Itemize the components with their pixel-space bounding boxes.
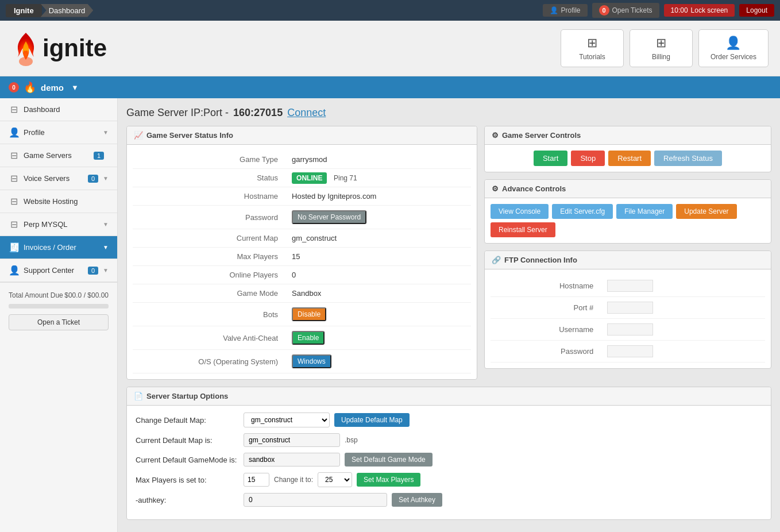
ftp-username-label: Username <box>491 319 600 341</box>
online-badge: ONLINE <box>292 172 327 184</box>
bots-label: Bots <box>133 303 285 326</box>
header-buttons: ⊞ Tutorials ⊞ Billing 👤 Order Services <box>561 29 769 67</box>
refresh-status-button[interactable]: Refresh Status <box>654 151 722 166</box>
server-header: Game Server IP:Port - 160:27015 Connect <box>126 107 771 119</box>
update-default-map-button[interactable]: Update Default Map <box>334 413 410 427</box>
support-icon: 👤 <box>9 265 19 276</box>
reinstall-server-button[interactable]: Reinstall Server <box>491 222 555 237</box>
set-authkey-button[interactable]: Set Authkey <box>392 493 442 507</box>
no-server-password-button[interactable]: No Server Password <box>292 210 366 224</box>
voice-servers-icon: ⊟ <box>9 173 19 184</box>
logout-label: Logout <box>746 6 767 14</box>
change-players-select[interactable]: 25 10 15 20 30 32 50 64 <box>318 472 352 487</box>
gamemode-input[interactable] <box>244 453 340 467</box>
game-mode-label: Game Mode <box>133 284 285 303</box>
status-info-body: Game Type garrysmod Status ONLINE Ping 7… <box>127 145 477 379</box>
advance-buttons: View Console Edit Server.cfg File Manage… <box>485 198 771 243</box>
voice-servers-badge: 0 <box>88 175 98 183</box>
start-button[interactable]: Start <box>534 151 567 166</box>
ftp-password-data <box>607 345 653 357</box>
authkey-label: -authkey: <box>136 496 239 504</box>
invoices-arrow-icon: ▼ <box>103 244 109 250</box>
tickets-badge: 0 <box>599 5 609 16</box>
sidebar-item-invoices[interactable]: 🧾 Invoices / Order ▼ <box>0 236 117 259</box>
online-players-value: 0 <box>285 266 471 284</box>
startup-options-panel: 📄 Server Startup Options Change Default … <box>126 387 771 520</box>
table-row: Max Players 15 <box>133 248 471 266</box>
payment-progress-bar <box>9 304 109 309</box>
sidebar-item-dashboard[interactable]: ⊟ Dashboard <box>0 98 117 121</box>
table-row: Game Type garrysmod <box>133 151 471 169</box>
gamemode-label: Current Default GameMode is: <box>136 456 239 464</box>
open-ticket-button[interactable]: Open a Ticket <box>9 314 109 330</box>
lock-screen-button[interactable]: 10:00 Lock screen <box>664 4 735 17</box>
user-dropdown-arrow[interactable]: ▼ <box>71 83 79 92</box>
table-row: Current Map gm_construct <box>133 229 471 248</box>
connect-link[interactable]: Connect <box>287 107 326 119</box>
ftp-header: 🔗 FTP Connection Info <box>485 251 771 269</box>
file-manager-button[interactable]: File Manager <box>616 204 673 219</box>
status-info-header: 📈 Game Server Status Info <box>127 126 477 145</box>
edit-servercfg-button[interactable]: Edit Server.cfg <box>552 204 613 219</box>
stop-button[interactable]: Stop <box>571 151 605 166</box>
set-gamemode-button[interactable]: Set Default Game Mode <box>345 453 433 467</box>
restart-button[interactable]: Restart <box>608 151 651 166</box>
sidebar-item-game-servers[interactable]: ⊟ Game Servers 1 <box>0 144 117 167</box>
controls-title: Game Server Controls <box>502 131 581 140</box>
advance-icon: ⚙ <box>492 184 499 193</box>
sidebar-item-profile[interactable]: 👤 Profile ▼ <box>0 121 117 144</box>
content-area: Game Server IP:Port - 160:27015 Connect … <box>118 98 780 532</box>
sidebar-item-perp-mysql[interactable]: ⊟ Perp MYSQL ▼ <box>0 213 117 236</box>
max-players-row: Max Players is set to: Change it to: 25 … <box>136 472 762 487</box>
authkey-input[interactable] <box>244 493 387 507</box>
os-cell: Windows <box>285 350 471 373</box>
total-due-label: Total Amount Due <box>9 291 63 299</box>
order-services-button[interactable]: 👤 Order Services <box>698 29 769 67</box>
change-map-select[interactable]: gm_construct gm_flatgrass gm_bigcity rp_… <box>244 413 330 427</box>
server-header-label: Game Server IP:Port - <box>126 107 229 119</box>
profile-button[interactable]: 👤 Profile <box>543 4 588 17</box>
tickets-label: Open Tickets <box>612 6 652 14</box>
update-server-button[interactable]: Update Server <box>676 204 736 219</box>
change-map-label: Change Default Map: <box>136 416 239 425</box>
vac-enable-button[interactable]: Enable <box>292 331 325 345</box>
startup-options-header: 📄 Server Startup Options <box>127 387 771 406</box>
current-default-map-row: Current Default Map is: .bsp <box>136 433 762 447</box>
user-notification-badge: 0 <box>9 82 19 92</box>
sidebar-website-hosting-label: Website Hosting <box>24 197 109 206</box>
status-info-table: Game Type garrysmod Status ONLINE Ping 7… <box>133 151 471 373</box>
tutorials-label: Tutorials <box>573 53 612 61</box>
dashboard-icon: ⊟ <box>9 104 19 115</box>
view-console-button[interactable]: View Console <box>491 204 549 219</box>
advance-controls-header: ⚙ Advance Controls <box>485 180 771 198</box>
sidebar-item-voice-servers[interactable]: ⊟ Voice Servers 0 ▼ <box>0 167 117 190</box>
profile-arrow-icon: ▼ <box>103 129 109 136</box>
status-value-cell: ONLINE Ping 71 <box>285 169 471 187</box>
game-type-label: Game Type <box>133 151 285 169</box>
sidebar-item-support[interactable]: 👤 Support Center 0 ▼ <box>0 259 117 282</box>
online-players-label: Online Players <box>133 266 285 284</box>
logout-button[interactable]: Logout <box>739 4 774 17</box>
table-row: O/S (Operating System) Windows <box>133 350 471 373</box>
table-row: Game Mode Sandbox <box>133 284 471 303</box>
advance-title: Advance Controls <box>502 184 566 193</box>
sidebar-invoices-label: Invoices / Order <box>24 243 98 252</box>
bots-disable-button[interactable]: Disable <box>292 307 326 321</box>
max-players-current-input <box>244 473 269 487</box>
status-info-title: Game Server Status Info <box>146 131 233 140</box>
table-row: Username <box>491 319 765 341</box>
flame-logo-icon <box>11 30 40 67</box>
open-tickets-button[interactable]: 0 Open Tickets <box>592 3 659 18</box>
ftp-icon: 🔗 <box>492 256 501 264</box>
ftp-port-label: Port # <box>491 297 600 319</box>
ftp-port-data <box>607 302 653 314</box>
tutorials-button[interactable]: ⊞ Tutorials <box>561 29 624 67</box>
game-mode-value: Sandbox <box>285 284 471 303</box>
os-windows-button[interactable]: Windows <box>292 354 331 368</box>
order-label: Order Services <box>711 53 756 61</box>
vac-label: Valve Anti-Cheat <box>133 326 285 350</box>
os-label: O/S (Operating System) <box>133 350 285 373</box>
billing-button[interactable]: ⊞ Billing <box>630 29 693 67</box>
set-max-players-button[interactable]: Set Max Players <box>357 473 420 487</box>
sidebar-item-website-hosting[interactable]: ⊟ Website Hosting <box>0 190 117 213</box>
